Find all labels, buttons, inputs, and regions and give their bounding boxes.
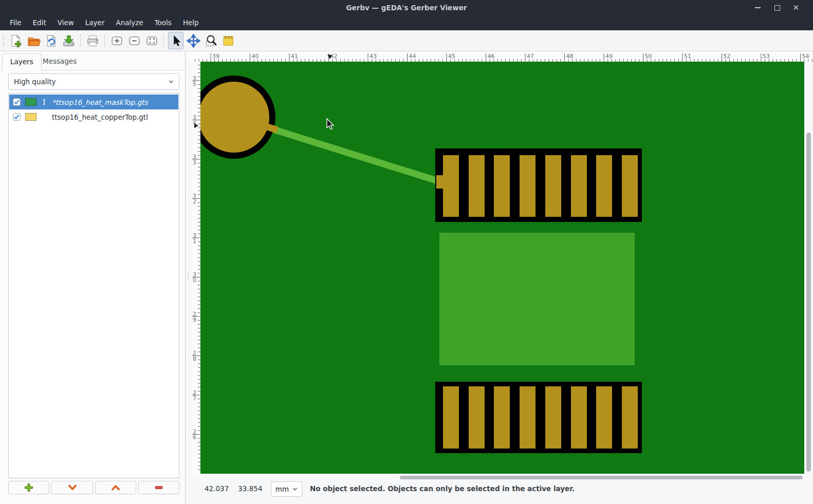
minimize-icon — [755, 7, 761, 8]
svg-text:49: 49 — [605, 53, 613, 60]
zoom-tool-button[interactable] — [203, 32, 218, 49]
chevron-down-icon — [169, 79, 174, 84]
menu-analyze[interactable]: Analyze — [110, 15, 149, 30]
menu-tools[interactable]: Tools — [149, 15, 177, 30]
title-bar: Gerbv — gEDA's Gerber Viewer — [0, 0, 813, 15]
open-folder-icon — [27, 34, 41, 48]
revert-button[interactable] — [43, 32, 59, 49]
zoom-in-icon — [110, 34, 124, 48]
pointer-tool-button[interactable] — [168, 32, 183, 49]
toolbar-separator — [80, 34, 81, 47]
plus-icon — [24, 482, 34, 493]
pane-splitter-handle[interactable] — [187, 271, 190, 282]
layer-row-masktop[interactable]: I *ttsop16_heat_maskTop.gts — [9, 95, 178, 109]
unit-select[interactable]: mm — [271, 481, 302, 497]
close-button[interactable]: ✕ — [788, 0, 804, 15]
status-message: No object selected. Objects can only be … — [310, 484, 575, 493]
print-button[interactable] — [85, 32, 100, 49]
layers-panel: Layers Messages High quality I *ttsop16_… — [0, 51, 186, 504]
move-layer-up-button[interactable] — [95, 481, 136, 494]
svg-text:5: 5 — [193, 81, 196, 87]
vertical-scrollbar[interactable] — [804, 62, 813, 474]
pcb-canvas[interactable] — [200, 62, 804, 474]
coordinate-y: 33.854 — [238, 484, 262, 493]
remove-layer-button[interactable] — [138, 481, 179, 494]
open-project-button[interactable] — [26, 32, 41, 49]
chevron-down-icon — [292, 487, 298, 492]
layer-name: *ttsop16_heat_maskTop.gts — [52, 98, 148, 106]
tab-messages[interactable]: Messages — [35, 53, 84, 70]
minus-icon — [154, 482, 164, 493]
toolbar-separator — [104, 34, 105, 47]
minimize-button[interactable] — [750, 0, 765, 15]
maximize-button[interactable] — [769, 0, 785, 15]
svg-text:41: 41 — [291, 53, 298, 60]
maximize-icon — [774, 5, 780, 11]
cursor-coordinates: 42.037 33.854 — [205, 484, 263, 493]
svg-text:45: 45 — [448, 53, 455, 60]
svg-text:8: 8 — [193, 356, 196, 362]
visibility-checkbox[interactable] — [13, 98, 21, 106]
svg-text:40: 40 — [252, 53, 259, 60]
chevron-down-icon — [67, 482, 78, 493]
horizontal-scrollbar-thumb[interactable] — [400, 476, 803, 479]
svg-text:47: 47 — [527, 53, 534, 60]
layer-flag: I — [41, 98, 47, 107]
chevron-up-icon — [110, 482, 121, 493]
zoom-region-icon — [204, 34, 218, 48]
zoom-out-button[interactable] — [126, 32, 142, 49]
zoom-fit-button[interactable] — [144, 32, 159, 49]
round-pad — [200, 82, 269, 153]
svg-text:46: 46 — [488, 53, 495, 60]
menu-bar: File Edit View Layer Analyze Tools Help — [0, 15, 813, 30]
visibility-checkbox[interactable] — [13, 113, 21, 121]
menu-layer[interactable]: Layer — [80, 15, 110, 30]
svg-text:50: 50 — [645, 53, 652, 60]
window-title: Gerbv — gEDA's Gerber Viewer — [0, 0, 813, 15]
zoom-out-icon — [127, 34, 141, 48]
svg-text:48: 48 — [566, 53, 574, 60]
layer-row-coppertop[interactable]: ttsop16_heat_copperTop.gtl — [9, 109, 178, 124]
svg-text:6: 6 — [193, 434, 196, 441]
svg-text:9: 9 — [193, 316, 196, 323]
menu-help[interactable]: Help — [177, 15, 205, 30]
add-layer-button[interactable] — [8, 481, 49, 494]
vertical-scrollbar-thumb[interactable] — [806, 133, 811, 472]
measure-icon — [221, 34, 235, 48]
pointer-icon — [169, 34, 183, 48]
layer-list: I *ttsop16_heat_maskTop.gts ttsop16_heat… — [8, 93, 179, 478]
layer-color-swatch[interactable] — [25, 113, 36, 121]
unit-value: mm — [275, 485, 289, 493]
toolbar-separator — [163, 34, 164, 47]
menu-file[interactable]: File — [4, 15, 27, 30]
menu-view[interactable]: View — [52, 15, 80, 30]
top-ruler: 39404142434445464748495051525354 — [191, 51, 813, 62]
coordinate-x: 42.037 — [205, 484, 229, 493]
pan-tool-button[interactable] — [186, 32, 201, 49]
svg-text:53: 53 — [763, 53, 770, 60]
svg-text:7: 7 — [193, 395, 196, 402]
new-file-icon — [9, 34, 23, 48]
move-layer-down-button[interactable] — [51, 481, 93, 494]
render-quality-select[interactable]: High quality — [8, 73, 179, 90]
left-ruler: 35343332313029282726 — [191, 62, 200, 474]
new-file-button[interactable] — [8, 32, 24, 49]
svg-text:44: 44 — [409, 53, 416, 60]
svg-text:3: 3 — [193, 159, 196, 166]
svg-text:1: 1 — [193, 238, 196, 245]
horizontal-scrollbar[interactable] — [191, 474, 804, 480]
zoom-fit-icon — [145, 34, 159, 48]
menu-edit[interactable]: Edit — [27, 15, 52, 30]
svg-text:0: 0 — [193, 277, 196, 284]
measure-tool-button[interactable] — [220, 32, 236, 49]
save-button[interactable] — [61, 32, 76, 49]
gerber-render — [200, 62, 804, 474]
zoom-in-button[interactable] — [109, 32, 124, 49]
print-icon — [86, 34, 100, 48]
svg-text:51: 51 — [684, 53, 691, 60]
svg-text:54: 54 — [802, 53, 809, 60]
save-icon — [62, 34, 76, 48]
tab-layers[interactable]: Layers — [2, 53, 42, 70]
toolbar-drag-handle[interactable] — [0, 33, 7, 48]
layer-color-swatch[interactable] — [25, 98, 36, 106]
